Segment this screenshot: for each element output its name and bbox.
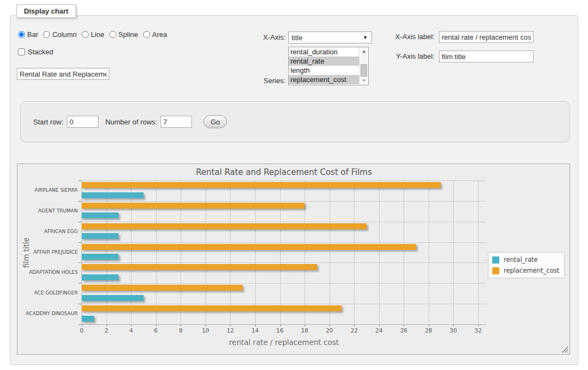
- x-tick-label: 32: [468, 327, 488, 334]
- chart-type-option-bar[interactable]: Bar: [18, 30, 38, 39]
- bar-replacement-cost-ace-goldfinger: [82, 285, 243, 291]
- scroll-up-icon[interactable]: ▲: [360, 47, 368, 55]
- chart-type-label: Area: [152, 30, 167, 39]
- number-of-rows-label: Number of rows:: [106, 118, 157, 126]
- gridline-vertical: [330, 180, 330, 324]
- bar-replacement-cost-affair-prejudice: [82, 244, 416, 250]
- x-tick-label: 24: [369, 327, 389, 334]
- chart-type-option-column[interactable]: Column: [43, 30, 77, 39]
- y-axis-tick: [78, 180, 82, 181]
- gridline-vertical: [478, 180, 479, 324]
- legend-swatch-icon: [492, 267, 499, 274]
- x-axis-label-input[interactable]: [439, 31, 534, 43]
- chart-type-radio-group: BarColumnLineSplineArea: [18, 30, 167, 39]
- scroll-down-icon[interactable]: ▼: [360, 77, 368, 85]
- x-tick-label: 30: [443, 327, 463, 334]
- start-row-input[interactable]: [67, 116, 98, 128]
- gridline-vertical: [305, 180, 305, 324]
- y-axis-label-input[interactable]: [439, 51, 534, 62]
- chart-title: Rental Rate and Replacement Cost of Film…: [82, 167, 486, 177]
- gridline-vertical: [379, 180, 380, 324]
- y-axis-tick: [78, 201, 82, 202]
- dropdown-arrow-icon: ▼: [363, 35, 368, 40]
- x-tick-label: 14: [245, 327, 265, 334]
- chart-type-option-spline[interactable]: Spline: [109, 30, 138, 39]
- series-multiselect[interactable]: rental_durationrental_ratelengthreplacem…: [288, 47, 369, 85]
- legend-swatch-icon: [492, 256, 499, 264]
- x-tick-label: 20: [320, 327, 339, 334]
- chart-type-label: Bar: [27, 30, 38, 39]
- y-axis-tick: [78, 222, 82, 222]
- chart-type-option-line[interactable]: Line: [82, 30, 104, 39]
- series-options: rental_durationrental_ratelengthreplacem…: [289, 47, 359, 84]
- gridline-vertical: [255, 180, 256, 324]
- x-tick-label: 0: [72, 327, 91, 334]
- go-button[interactable]: Go: [203, 115, 227, 128]
- chart-type-option-area[interactable]: Area: [143, 30, 167, 39]
- series-option-rental_duration[interactable]: rental_duration: [289, 47, 359, 57]
- y-axis-label-field-label: Y-Axis label:: [390, 52, 435, 60]
- y-axis-line: [82, 180, 82, 324]
- x-tick-label: 22: [344, 327, 364, 334]
- gridline-horizontal: [82, 283, 486, 284]
- bar-replacement-cost-academy-dinosaur: [82, 305, 342, 311]
- gridline-vertical: [429, 180, 429, 324]
- category-label: ACADEMY DINOSAUR: [17, 311, 78, 316]
- x-axis-line: [82, 324, 486, 325]
- chart-type-radio-spline[interactable]: [109, 31, 116, 38]
- number-of-rows-input[interactable]: [160, 116, 192, 128]
- chart-type-radio-bar[interactable]: [18, 31, 25, 38]
- row-controls-panel: Start row: Number of rows: Go: [20, 101, 570, 142]
- legend-label: replacement_cost: [504, 267, 559, 274]
- y-axis-tick: [78, 324, 82, 325]
- x-tick-label: 18: [295, 327, 314, 334]
- gridline-vertical: [453, 180, 454, 324]
- chart-title-input[interactable]: [17, 68, 109, 80]
- gridline-horizontal: [82, 304, 486, 304]
- x-tick-label: 4: [121, 327, 141, 334]
- series-option-replacement_cost[interactable]: replacement_cost: [289, 75, 359, 84]
- x-axis-select[interactable]: title ▼: [288, 32, 372, 43]
- chart-type-label: Spline: [119, 30, 138, 39]
- stacked-label: Stacked: [28, 48, 53, 56]
- series-scrollbar[interactable]: ▲ ▼: [359, 47, 368, 85]
- gridline-vertical: [181, 180, 181, 324]
- chart-type-label: Line: [91, 30, 104, 39]
- chart-type-label: Column: [52, 30, 77, 39]
- resize-handle-icon[interactable]: [561, 346, 568, 353]
- y-axis-tick: [78, 304, 82, 304]
- plot-area: [82, 180, 486, 324]
- gridline-horizontal: [82, 180, 486, 181]
- bar-replacement-cost-airplane-sierra: [82, 182, 441, 188]
- series-option-length[interactable]: length: [289, 66, 359, 75]
- x-tick-label: 6: [146, 327, 166, 334]
- gridline-vertical: [280, 180, 281, 324]
- gridline-vertical: [156, 180, 157, 324]
- gridline-horizontal: [82, 242, 486, 243]
- series-option-rental_rate[interactable]: rental_rate: [289, 57, 359, 66]
- bar-rental-rate-airplane-sierra: [82, 192, 144, 198]
- y-axis-title: film title: [22, 217, 30, 288]
- gridline-horizontal: [82, 262, 486, 263]
- bar-replacement-cost-adaptation-holes: [82, 264, 317, 270]
- x-tick-label: 16: [270, 327, 290, 334]
- display-chart-panel: Display chart BarColumnLineSplineArea St…: [10, 15, 578, 365]
- gridline-vertical: [131, 180, 132, 324]
- stacked-checkbox[interactable]: [18, 48, 25, 55]
- bar-rental-rate-african-egg: [82, 233, 119, 239]
- x-tick-label: 2: [97, 327, 116, 334]
- scrollbar-thumb[interactable]: [361, 64, 367, 77]
- chart-type-radio-area[interactable]: [143, 31, 150, 38]
- x-axis-label-field-label: X-Axis label:: [390, 33, 435, 41]
- x-tick-label: 8: [171, 327, 190, 334]
- y-axis-tick: [78, 262, 82, 263]
- x-axis-title: rental rate / replacement cost: [82, 338, 486, 347]
- chart-type-radio-column[interactable]: [43, 31, 50, 38]
- stacked-row: Stacked: [18, 48, 53, 56]
- x-tick-label: 12: [220, 327, 240, 334]
- bar-rental-rate-affair-prejudice: [82, 254, 119, 260]
- gridline-vertical: [404, 180, 404, 324]
- gridline-vertical: [230, 180, 231, 324]
- y-axis-tick: [78, 242, 82, 243]
- chart-type-radio-line[interactable]: [82, 31, 89, 38]
